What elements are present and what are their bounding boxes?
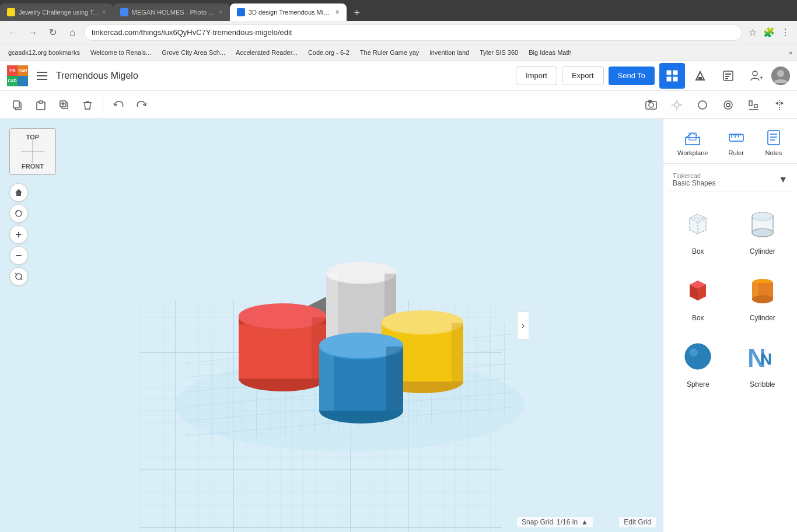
grid-view-button[interactable] (659, 63, 685, 89)
block-code-button[interactable] (715, 63, 741, 89)
light-button[interactable] (666, 94, 687, 116)
tab-favicon-3 (237, 8, 245, 16)
undo-button[interactable] (108, 94, 129, 116)
bookmark-invention[interactable]: invention land (426, 48, 473, 57)
svg-rect-78 (686, 138, 700, 145)
align-button[interactable] (743, 94, 764, 116)
hamburger-menu-button[interactable] (33, 66, 51, 85)
tab-title-2: MEGAN HOLMES - Photo Docu... (132, 9, 215, 16)
new-tab-button[interactable]: + (349, 5, 365, 21)
bookmark-gcasdk[interactable]: gcasdk12.org bookmarks (5, 48, 83, 57)
svg-rect-17 (13, 101, 19, 108)
camera-view-button[interactable] (641, 94, 662, 116)
edit-grid-label[interactable]: Edit Grid (619, 517, 656, 527)
orbit-button[interactable] (9, 204, 28, 223)
forward-button[interactable]: → (25, 24, 41, 41)
more-options-btn[interactable]: ⋮ (778, 26, 792, 40)
svg-rect-38 (754, 104, 757, 107)
send-to-button[interactable]: Send To (609, 66, 655, 85)
bookmark-label-invention: invention land (429, 49, 469, 56)
bookmarks-more[interactable]: » (789, 49, 792, 56)
library-dropdown[interactable]: Tinkercad Basic Shapes ▼ (668, 169, 792, 191)
shape-button[interactable] (692, 94, 713, 116)
address-input[interactable] (84, 24, 742, 41)
shape-item-box-outline[interactable]: Box (668, 198, 728, 260)
tab-tinkercad[interactable]: 3D design Tremendous Migelo | × (230, 4, 347, 21)
bookmark-bigideas[interactable]: Big Ideas Math (525, 48, 575, 57)
top-right-actions: + (659, 63, 790, 89)
library-brand: Tinkercad (673, 172, 715, 179)
svg-rect-2 (37, 79, 47, 80)
bookmark-accelerated[interactable]: Accelerated Reader... (232, 48, 301, 57)
ruler-label: Ruler (729, 149, 744, 156)
paste-button[interactable] (30, 94, 51, 116)
fit-view-button[interactable] (9, 267, 28, 286)
zoom-out-button[interactable]: − (9, 246, 28, 265)
shape-label-cylinder-orange: Cylinder (750, 314, 775, 322)
copy-button[interactable] (7, 94, 28, 116)
duplicate-button[interactable] (54, 94, 75, 116)
shape-item-cylinder-outline[interactable]: Cylinder (733, 198, 793, 260)
svg-rect-10 (725, 76, 729, 77)
view-cube-inner: TOP FRONT (9, 128, 56, 175)
shape-item-box-red[interactable]: Box (668, 265, 728, 327)
shape-icon-box-red (677, 270, 718, 310)
extensions-btn[interactable]: 🧩 (762, 26, 776, 40)
tab-close-1[interactable]: × (102, 8, 106, 16)
home-button[interactable]: ⌂ (64, 24, 81, 41)
bookmark-codeorg[interactable]: Code.org - 6-2 (305, 48, 353, 57)
viewport[interactable]: TOP FRONT + − (0, 119, 663, 532)
avatar[interactable] (771, 66, 790, 85)
add-person-button[interactable]: + (743, 63, 769, 89)
tab-close-2[interactable]: × (219, 8, 223, 16)
bookmark-star[interactable]: ☆ (746, 26, 760, 40)
delete-button[interactable] (77, 94, 98, 116)
ruler-tool[interactable]: Ruler (722, 126, 750, 159)
workplane-tool[interactable]: Workplane (673, 126, 712, 159)
workplane-icon (683, 128, 702, 147)
tab-megan[interactable]: MEGAN HOLMES - Photo Docu... × (113, 4, 230, 21)
svg-rect-3 (667, 71, 671, 75)
svg-rect-6 (673, 77, 677, 81)
tab-jewelry[interactable]: Jewelry Challenge using T... × (0, 4, 113, 21)
shape-label-scribble: Scribble (750, 380, 775, 388)
collapse-panel-button[interactable]: › (517, 312, 529, 340)
notes-tool[interactable]: Notes (760, 126, 788, 159)
snap-grid-value: 1/16 in (557, 518, 578, 526)
snap-grid-label: Snap Grid (522, 518, 553, 526)
svg-point-35 (724, 101, 732, 109)
svg-point-34 (698, 101, 707, 109)
bookmark-renaiss[interactable]: Welcome to Renais... (87, 48, 155, 57)
bookmark-label-tyler: Tyler SIS 360 (480, 49, 518, 56)
home-view-button[interactable] (9, 183, 28, 202)
snap-grid-bar: Snap Grid 1/16 in ▲ (517, 517, 593, 527)
separator-1 (103, 97, 103, 113)
import-button[interactable]: Import (516, 66, 557, 85)
tab-favicon-1 (7, 8, 15, 16)
bookmark-ruler[interactable]: The Ruler Game yay (356, 48, 422, 57)
tinkercad-logo[interactable]: TIN KER CAD (7, 65, 28, 86)
bookmark-tyler[interactable]: Tyler SIS 360 (476, 48, 522, 57)
svg-point-12 (753, 71, 757, 76)
refresh-button[interactable]: ↻ (44, 24, 61, 41)
snap-grid-toggle[interactable]: ▲ (581, 518, 588, 526)
svg-point-100 (752, 229, 773, 237)
svg-rect-37 (749, 101, 752, 106)
shape-item-scribble[interactable]: NN Scribble (733, 331, 793, 393)
redo-button[interactable] (131, 94, 152, 116)
mirror-button[interactable] (769, 94, 790, 116)
build-view-button[interactable] (687, 63, 713, 89)
bookmark-label-ruler: The Ruler Game yay (360, 49, 419, 56)
zoom-in-button[interactable]: + (9, 225, 28, 244)
shape-item-cylinder-orange[interactable]: Cylinder (733, 265, 793, 327)
export-button[interactable]: Export (562, 66, 604, 85)
tab-close-3[interactable]: × (335, 8, 340, 16)
bookmark-grove[interactable]: Grove City Area Sch... (158, 48, 229, 57)
shape-icon-sphere-blue (677, 336, 718, 377)
shape-item-sphere-blue[interactable]: Sphere (668, 331, 728, 393)
svg-text:N: N (760, 350, 772, 368)
shape-library: Tinkercad Basic Shapes ▼ Box (663, 164, 797, 532)
view-cube[interactable]: TOP FRONT (9, 128, 56, 175)
ring-button[interactable] (718, 94, 739, 116)
back-button[interactable]: ← (5, 24, 21, 41)
